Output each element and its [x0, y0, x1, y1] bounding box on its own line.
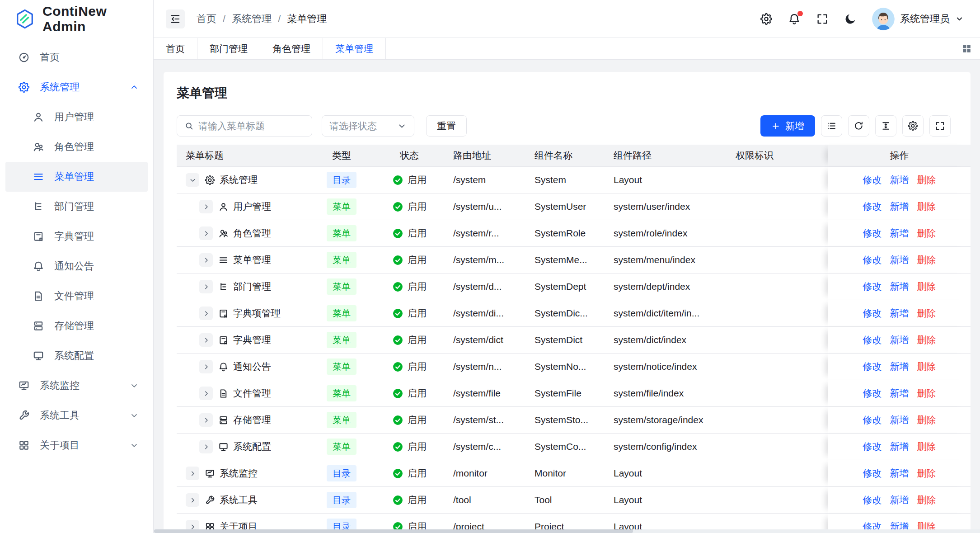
moon-button[interactable]: [844, 13, 857, 25]
scrollbar-thumb[interactable]: [154, 529, 633, 533]
chevron-down-icon: [130, 411, 139, 420]
monitor-icon: [18, 380, 30, 391]
action-修改[interactable]: 修改: [863, 227, 882, 240]
action-删除[interactable]: 删除: [917, 227, 936, 240]
action-修改[interactable]: 修改: [863, 200, 882, 213]
topbar-actions: 系统管理员: [760, 8, 971, 30]
action-新增[interactable]: 新增: [890, 280, 909, 293]
expand-row-button[interactable]: [186, 493, 199, 507]
action-修改[interactable]: 修改: [863, 467, 882, 480]
status-select[interactable]: 请选择状态: [322, 115, 414, 137]
breadcrumb-item-菜单管理[interactable]: 菜单管理: [287, 12, 327, 26]
expand-row-button[interactable]: [199, 280, 213, 293]
sidebar-item-通知公告[interactable]: 通知公告: [5, 251, 148, 281]
action-新增[interactable]: 新增: [890, 334, 909, 346]
expand-row-button[interactable]: [199, 387, 213, 400]
breadcrumb-item-首页[interactable]: 首页: [197, 12, 216, 26]
expand-row-button[interactable]: [199, 333, 213, 347]
action-删除[interactable]: 删除: [917, 307, 936, 320]
horizontal-scrollbar[interactable]: [154, 529, 980, 533]
refresh-toolbar-button[interactable]: [848, 115, 869, 137]
action-新增[interactable]: 新增: [890, 414, 909, 426]
tabbar: 首页部门管理角色管理菜单管理: [154, 38, 980, 60]
cell-title: 角色管理: [177, 220, 312, 246]
action-修改[interactable]: 修改: [863, 254, 882, 266]
sidebar-collapse-button[interactable]: [166, 9, 185, 28]
sidebar-item-关于项目[interactable]: 关于项目: [5, 430, 148, 460]
action-新增[interactable]: 新增: [890, 360, 909, 373]
action-修改[interactable]: 修改: [863, 387, 882, 400]
sidebar-item-系统配置[interactable]: 系统配置: [5, 341, 148, 371]
tab-菜单管理[interactable]: 菜单管理: [323, 38, 386, 59]
type-badge: 目录: [327, 492, 356, 508]
action-删除[interactable]: 删除: [917, 280, 936, 293]
sidebar-item-字典管理[interactable]: 字典管理: [5, 222, 148, 251]
action-新增[interactable]: 新增: [890, 307, 909, 320]
action-修改[interactable]: 修改: [863, 494, 882, 506]
sidebar-item-系统工具[interactable]: 系统工具: [5, 401, 148, 430]
action-删除[interactable]: 删除: [917, 414, 936, 426]
expand-row-button[interactable]: [199, 360, 213, 373]
list-toolbar-button[interactable]: [821, 115, 842, 137]
action-删除[interactable]: 删除: [917, 200, 936, 213]
action-修改[interactable]: 修改: [863, 307, 882, 320]
action-删除[interactable]: 删除: [917, 387, 936, 400]
expand-row-button[interactable]: [199, 440, 213, 453]
action-修改[interactable]: 修改: [863, 360, 882, 373]
sidebar-item-首页[interactable]: 首页: [5, 42, 148, 72]
action-新增[interactable]: 新增: [890, 440, 909, 453]
breadcrumb-item-系统管理[interactable]: 系统管理: [232, 12, 272, 26]
lineheight-toolbar-button[interactable]: [875, 115, 896, 137]
expand-row-button[interactable]: [199, 413, 213, 427]
action-新增[interactable]: 新增: [890, 227, 909, 240]
sidebar-item-存储管理[interactable]: 存储管理: [5, 311, 148, 341]
action-修改[interactable]: 修改: [863, 174, 882, 186]
action-删除[interactable]: 删除: [917, 334, 936, 346]
chevron-down-icon: [955, 14, 964, 23]
search-input[interactable]: [198, 121, 305, 132]
fullscreen-toolbar-button[interactable]: [929, 115, 951, 137]
expand-row-button[interactable]: [199, 253, 213, 267]
fullscreen-button[interactable]: [816, 13, 829, 25]
action-删除[interactable]: 删除: [917, 494, 936, 506]
user-menu[interactable]: 系统管理员: [872, 8, 964, 30]
collapse-row-button[interactable]: [186, 173, 199, 187]
gear-toolbar-button[interactable]: [902, 115, 924, 137]
action-新增[interactable]: 新增: [890, 387, 909, 400]
action-修改[interactable]: 修改: [863, 440, 882, 453]
sidebar-item-文件管理[interactable]: 文件管理: [5, 281, 148, 311]
expand-row-button[interactable]: [199, 226, 213, 240]
sidebar-item-角色管理[interactable]: 角色管理: [5, 132, 148, 162]
sidebar-item-菜单管理[interactable]: 菜单管理: [5, 162, 148, 192]
action-修改[interactable]: 修改: [863, 414, 882, 426]
sidebar-item-系统管理[interactable]: 系统管理: [5, 72, 148, 102]
expand-row-button[interactable]: [199, 200, 213, 213]
action-删除[interactable]: 删除: [917, 360, 936, 373]
tab-options-button[interactable]: [953, 38, 980, 59]
cell-component-path: system/menu/index: [608, 247, 730, 273]
tab-部门管理[interactable]: 部门管理: [197, 38, 260, 59]
action-新增[interactable]: 新增: [890, 174, 909, 186]
reset-button[interactable]: 重置: [426, 115, 467, 137]
action-删除[interactable]: 删除: [917, 467, 936, 480]
expand-row-button[interactable]: [186, 467, 199, 480]
action-新增[interactable]: 新增: [890, 467, 909, 480]
action-修改[interactable]: 修改: [863, 334, 882, 346]
settings-button[interactable]: [760, 13, 773, 25]
sidebar-item-用户管理[interactable]: 用户管理: [5, 102, 148, 132]
action-新增[interactable]: 新增: [890, 494, 909, 506]
action-新增[interactable]: 新增: [890, 200, 909, 213]
tab-角色管理[interactable]: 角色管理: [260, 38, 323, 59]
sidebar-item-系统监控[interactable]: 系统监控: [5, 371, 148, 401]
action-新增[interactable]: 新增: [890, 254, 909, 266]
action-删除[interactable]: 删除: [917, 440, 936, 453]
cell-permission: [730, 354, 828, 380]
action-修改[interactable]: 修改: [863, 280, 882, 293]
tab-首页[interactable]: 首页: [154, 38, 197, 59]
add-button[interactable]: 新增: [760, 115, 815, 137]
bell-button[interactable]: [788, 13, 801, 25]
action-删除[interactable]: 删除: [917, 254, 936, 266]
action-删除[interactable]: 删除: [917, 174, 936, 186]
expand-row-button[interactable]: [199, 307, 213, 320]
sidebar-item-部门管理[interactable]: 部门管理: [5, 192, 148, 222]
